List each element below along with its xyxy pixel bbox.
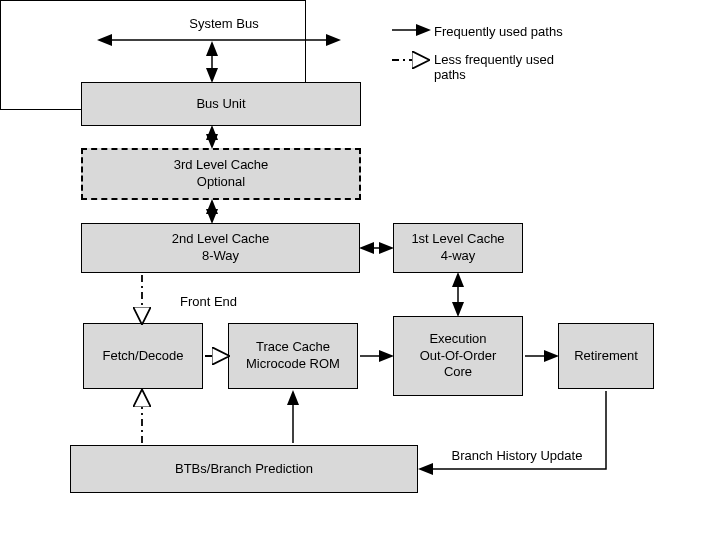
btb-text: BTBs/Branch Prediction	[175, 461, 313, 478]
legend-frequent-label: Frequently used paths	[434, 24, 563, 39]
bus-unit-text: Bus Unit	[196, 96, 245, 113]
exec-line3: Core	[444, 364, 472, 381]
l1-cache-line2: 4-way	[441, 248, 476, 265]
fetch-decode-block: Fetch/Decode	[83, 323, 203, 389]
execution-block: Execution Out-Of-Order Core	[393, 316, 523, 396]
l2-cache-line1: 2nd Level Cache	[172, 231, 270, 248]
system-bus-label: System Bus	[170, 16, 278, 31]
btb-block: BTBs/Branch Prediction	[70, 445, 418, 493]
l3-cache-line1: 3rd Level Cache	[174, 157, 269, 174]
retirement-text: Retirement	[574, 348, 638, 365]
legend-less-frequent-label: Less frequently used paths	[434, 52, 574, 82]
front-end-label: Front End	[176, 294, 241, 309]
l3-cache-line2: Optional	[197, 174, 245, 191]
fetch-decode-text: Fetch/Decode	[103, 348, 184, 365]
trace-cache-block: Trace Cache Microcode ROM	[228, 323, 358, 389]
exec-line2: Out-Of-Order	[420, 348, 497, 365]
trace-cache-line2: Microcode ROM	[246, 356, 340, 373]
branch-history-label: Branch History Update	[438, 448, 596, 463]
exec-line1: Execution	[429, 331, 486, 348]
l3-cache-block: 3rd Level Cache Optional	[81, 148, 361, 200]
bus-unit-block: Bus Unit	[81, 82, 361, 126]
l2-cache-block: 2nd Level Cache 8-Way	[81, 223, 360, 273]
l1-cache-line1: 1st Level Cache	[411, 231, 504, 248]
trace-cache-line1: Trace Cache	[256, 339, 330, 356]
retirement-block: Retirement	[558, 323, 654, 389]
l2-cache-line2: 8-Way	[202, 248, 239, 265]
l1-cache-block: 1st Level Cache 4-way	[393, 223, 523, 273]
